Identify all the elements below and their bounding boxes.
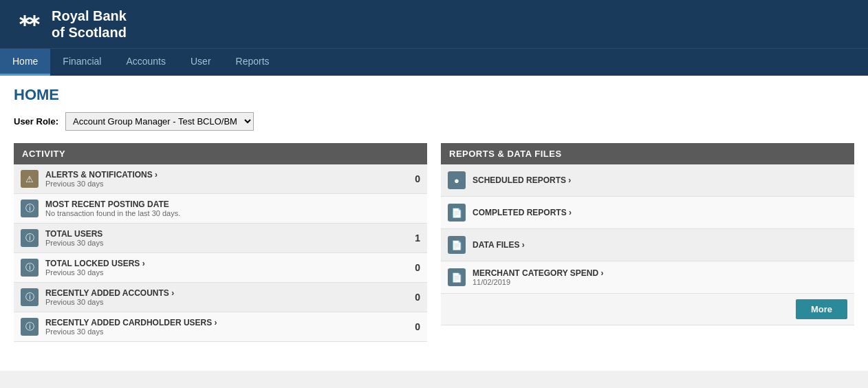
merchant-spend-date: 11/02/2019 xyxy=(473,278,603,286)
added-accounts-title: RECENTLY ADDED ACCOUNTS › xyxy=(45,288,400,298)
page-title: HOME xyxy=(14,86,854,104)
scheduled-reports-text: SCHEDULED REPORTS › xyxy=(473,175,571,185)
bank-name: Royal Bank of Scotland xyxy=(52,8,127,41)
merchant-spend-text: MERCHANT CATEGORY SPEND › 11/02/2019 xyxy=(473,268,603,286)
nav-item-user[interactable]: User xyxy=(178,49,224,76)
reports-section: REPORTS & DATA FILES ● SCHEDULED REPORTS… xyxy=(441,143,854,342)
main-nav: Home Financial Accounts User Reports xyxy=(0,48,868,76)
cardholder-users-subtitle: Previous 30 days xyxy=(45,327,400,336)
activity-row-posting: ⓘ MOST RECENT POSTING DATE No transactio… xyxy=(14,194,427,224)
alert-icon: ⚠ xyxy=(21,170,39,188)
cardholder-users-title: RECENTLY ADDED CARDHOLDER USERS › xyxy=(45,318,400,327)
completed-reports-text: COMPLETED REPORTS › xyxy=(473,208,572,217)
added-accounts-subtitle: Previous 30 days xyxy=(45,298,400,306)
activity-row-locked-users[interactable]: ⓘ TOTAL LOCKED USERS › Previous 30 days … xyxy=(14,253,427,283)
posting-text: MOST RECENT POSTING DATE No transaction … xyxy=(45,200,400,217)
total-users-count: 1 xyxy=(406,233,420,244)
cardholder-users-text: RECENTLY ADDED CARDHOLDER USERS › Previo… xyxy=(45,318,400,336)
completed-reports-title: COMPLETED REPORTS › xyxy=(473,208,572,217)
more-button-row: More xyxy=(441,294,854,325)
scheduled-reports-icon: ● xyxy=(448,171,466,189)
locked-users-text: TOTAL LOCKED USERS › Previous 30 days xyxy=(45,259,400,277)
locked-users-icon: ⓘ xyxy=(21,259,39,277)
posting-icon: ⓘ xyxy=(21,200,39,217)
completed-reports-icon: 📄 xyxy=(448,204,466,222)
total-users-title: TOTAL USERS xyxy=(45,229,400,239)
cardholder-users-icon: ⓘ xyxy=(21,318,39,336)
alerts-subtitle: Previous 30 days xyxy=(45,180,400,188)
locked-users-title: TOTAL LOCKED USERS › xyxy=(45,259,400,268)
added-accounts-icon: ⓘ xyxy=(21,288,39,306)
user-role-label: User Role: xyxy=(14,116,58,127)
header: Royal Bank of Scotland xyxy=(0,0,868,48)
page-content: HOME User Role: Account Group Manager - … xyxy=(0,76,868,371)
user-role-select[interactable]: Account Group Manager - Test BCLO/BM xyxy=(65,112,254,131)
nav-item-accounts[interactable]: Accounts xyxy=(113,49,178,76)
report-row-data-files[interactable]: 📄 DATA FILES › xyxy=(441,229,854,261)
data-files-title: DATA FILES › xyxy=(473,240,525,250)
activity-row-total-users: ⓘ TOTAL USERS Previous 30 days 1 xyxy=(14,224,427,253)
nav-item-financial[interactable]: Financial xyxy=(50,49,113,76)
alerts-title: ALERTS & NOTIFICATIONS › xyxy=(45,170,400,180)
svg-rect-0 xyxy=(10,7,45,41)
total-users-text: TOTAL USERS Previous 30 days xyxy=(45,229,400,247)
more-button[interactable]: More xyxy=(796,299,847,319)
report-row-scheduled[interactable]: ● SCHEDULED REPORTS › xyxy=(441,164,854,197)
data-files-icon: 📄 xyxy=(448,236,466,254)
locked-users-count: 0 xyxy=(406,262,420,273)
cardholder-users-count: 0 xyxy=(406,321,420,332)
report-row-completed[interactable]: 📄 COMPLETED REPORTS › xyxy=(441,197,854,229)
report-row-merchant-spend[interactable]: 📄 MERCHANT CATEGORY SPEND › 11/02/2019 xyxy=(441,261,854,294)
locked-users-subtitle: Previous 30 days xyxy=(45,268,400,277)
data-files-text: DATA FILES › xyxy=(473,240,525,250)
nav-item-reports[interactable]: Reports xyxy=(224,49,282,76)
added-accounts-text: RECENTLY ADDED ACCOUNTS › Previous 30 da… xyxy=(45,288,400,306)
total-users-subtitle: Previous 30 days xyxy=(45,239,400,247)
merchant-spend-icon: 📄 xyxy=(448,268,466,286)
added-accounts-count: 0 xyxy=(406,292,420,303)
activity-row-alerts[interactable]: ⚠ ALERTS & NOTIFICATIONS › Previous 30 d… xyxy=(14,164,427,194)
nav-item-home[interactable]: Home xyxy=(0,49,50,76)
rbs-logo-icon xyxy=(10,7,45,41)
reports-header: REPORTS & DATA FILES xyxy=(441,143,854,164)
main-columns: ACTIVITY ⚠ ALERTS & NOTIFICATIONS › Prev… xyxy=(14,143,854,342)
scheduled-reports-title: SCHEDULED REPORTS › xyxy=(473,175,571,185)
activity-row-cardholder-users[interactable]: ⓘ RECENTLY ADDED CARDHOLDER USERS › Prev… xyxy=(14,312,427,342)
merchant-spend-title: MERCHANT CATEGORY SPEND › xyxy=(473,268,603,278)
posting-subtitle: No transaction found in the last 30 days… xyxy=(45,209,400,217)
alerts-count: 0 xyxy=(406,173,420,184)
total-users-icon: ⓘ xyxy=(21,229,39,247)
posting-title: MOST RECENT POSTING DATE xyxy=(45,200,400,209)
user-role-row: User Role: Account Group Manager - Test … xyxy=(14,112,854,131)
logo-area: Royal Bank of Scotland xyxy=(10,7,127,41)
alerts-text: ALERTS & NOTIFICATIONS › Previous 30 day… xyxy=(45,170,400,188)
activity-row-added-accounts[interactable]: ⓘ RECENTLY ADDED ACCOUNTS › Previous 30 … xyxy=(14,283,427,312)
activity-section: ACTIVITY ⚠ ALERTS & NOTIFICATIONS › Prev… xyxy=(14,143,427,342)
activity-header: ACTIVITY xyxy=(14,143,427,164)
